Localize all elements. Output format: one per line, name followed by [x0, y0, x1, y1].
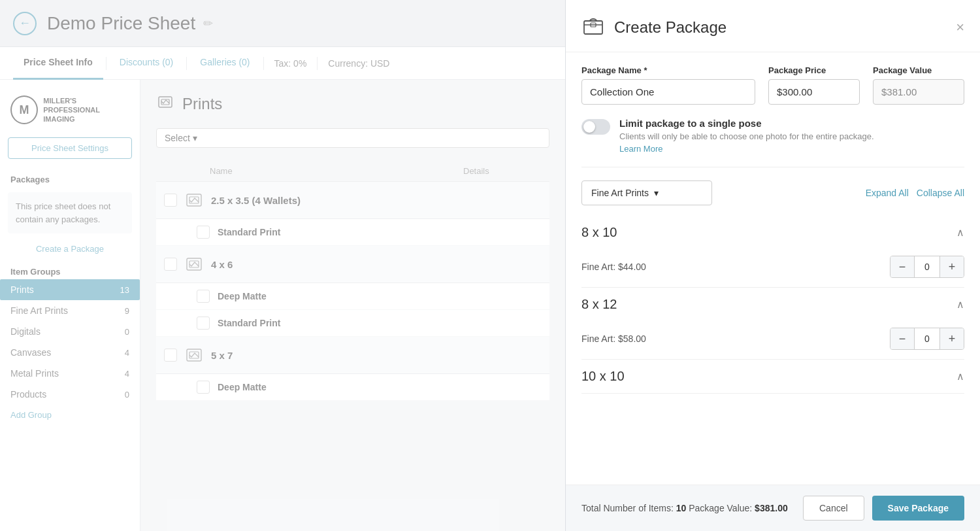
sidebar-item-count: 4 [125, 348, 129, 358]
create-package-link[interactable]: Create a Package [0, 239, 140, 259]
product-section-header[interactable]: 8 x 12∧ [581, 288, 964, 321]
package-fields-row: Package Name * Package Price Package Val… [581, 65, 964, 105]
toggle-description: Clients will only be able to choose one … [619, 131, 874, 141]
product-checkbox[interactable] [164, 258, 177, 271]
single-pose-toggle[interactable] [581, 119, 610, 135]
product-name: 4 x 6 [211, 259, 233, 270]
package-icon [581, 13, 605, 41]
product-section: 8 x 12∧ Fine Art: $58.00 − + [581, 288, 964, 360]
product-type-dropdown[interactable]: Fine Art Prints ▾ [581, 180, 712, 205]
app-header: ← Demo Price Sheet ✏ [0, 0, 565, 47]
package-value-label: Package Value [873, 65, 964, 75]
content-area: Prints Select ▾ Name Details 2.5 x 3.5 (… [140, 80, 565, 531]
sidebar-item-digitals[interactable]: Digitals0 [0, 321, 140, 342]
learn-more-link[interactable]: Learn More [619, 144, 874, 154]
quantity-input[interactable] [914, 256, 940, 277]
collapse-all-button[interactable]: Collapse All [917, 188, 964, 198]
modal-close-button[interactable]: × [956, 19, 964, 36]
product-section-header[interactable]: 10 x 10∧ [581, 360, 964, 393]
sidebar-item-prints[interactable]: Prints13 [0, 279, 140, 300]
product-section-header[interactable]: 8 x 10∧ [581, 216, 964, 249]
tab-price-sheet-info[interactable]: Price Sheet Info [13, 47, 103, 80]
col-details-header: Details [463, 166, 542, 176]
sub-product-name: Deep Matte [218, 382, 267, 392]
sidebar-item-canvases[interactable]: Canvases4 [0, 342, 140, 363]
nav-divider [106, 57, 106, 70]
quantity-decrease-button[interactable]: − [890, 256, 914, 277]
product-row[interactable]: 2.5 x 3.5 (4 Wallets) [156, 182, 549, 219]
quantity-input[interactable] [914, 328, 940, 349]
packages-empty-message: This price sheet does not contain any pa… [8, 192, 132, 233]
cancel-button[interactable]: Cancel [803, 496, 864, 521]
create-package-modal: Create Package × Package Name * Package … [565, 0, 980, 531]
product-checkbox[interactable] [164, 349, 177, 362]
main-content: M Miller's Professional Imaging Price Sh… [0, 80, 565, 531]
tab-galleries[interactable]: Galleries (0) [189, 47, 260, 80]
sidebar-item-count: 9 [125, 306, 129, 316]
svg-rect-0 [159, 97, 172, 107]
sub-product-row[interactable]: Standard Print [156, 219, 549, 246]
product-row[interactable]: 4 x 6 [156, 246, 549, 283]
sub-product-checkbox[interactable] [197, 290, 210, 303]
sub-product-checkbox[interactable] [197, 381, 210, 394]
footer-total: Total Number of Items: 10 Package Value:… [581, 503, 788, 513]
modal-header: Create Package × [566, 0, 980, 52]
select-label: Select [165, 133, 190, 143]
product-icon [184, 345, 204, 366]
sidebar-groups: Prints13Fine Art Prints9Digitals0Canvase… [0, 279, 140, 405]
section-title: 8 x 12 [581, 297, 617, 312]
product-row[interactable]: 5 x 7 [156, 337, 549, 374]
product-icon [184, 190, 204, 211]
product-group: 2.5 x 3.5 (4 Wallets)Standard Print [156, 182, 549, 246]
svg-rect-6 [187, 349, 201, 361]
sub-product-checkbox[interactable] [197, 226, 210, 239]
sidebar-item-metal-prints[interactable]: Metal Prints4 [0, 363, 140, 384]
sub-product-name: Standard Print [218, 318, 280, 328]
quantity-increase-button[interactable]: + [940, 256, 964, 277]
section-title: 10 x 10 [581, 369, 625, 384]
toggle-thumb [583, 121, 595, 133]
sub-product-checkbox[interactable] [197, 317, 210, 330]
nav-divider [186, 57, 187, 70]
package-price-input[interactable] [768, 79, 860, 105]
product-section: 8 x 10∧ Fine Art: $44.00 − + [581, 216, 964, 288]
content-header: Prints [156, 93, 549, 115]
product-checkbox[interactable] [164, 194, 177, 207]
quantity-increase-button[interactable]: + [940, 328, 964, 349]
package-name-group: Package Name * [581, 65, 755, 105]
add-group-button[interactable]: Add Group [0, 405, 140, 425]
footer-total-label: Total Number of Items: [581, 503, 674, 513]
save-package-button[interactable]: Save Package [872, 496, 964, 521]
package-name-input[interactable] [581, 79, 755, 105]
sidebar-item-products[interactable]: Products0 [0, 384, 140, 405]
col-name-header: Name [210, 166, 463, 176]
sidebar-item-label: Metal Prints [10, 368, 59, 379]
product-section: 10 x 10∧ [581, 360, 964, 394]
product-item-label: Fine Art: $44.00 [581, 262, 646, 272]
sidebar-item-fine-art-prints[interactable]: Fine Art Prints9 [0, 300, 140, 321]
col-check [164, 166, 184, 176]
back-button[interactable]: ← [13, 12, 37, 35]
expand-all-button[interactable]: Expand All [866, 188, 909, 198]
product-group: 4 x 6Deep MatteStandard Print [156, 246, 549, 337]
single-pose-toggle-section: Limit package to a single pose Clients w… [581, 118, 964, 167]
svg-rect-5 [189, 261, 199, 267]
sidebar-item-label: Canvases [10, 347, 51, 358]
quantity-decrease-button[interactable]: − [890, 328, 914, 349]
logo-icon: M [10, 95, 38, 124]
sub-product-row[interactable]: Standard Print [156, 310, 549, 337]
sub-product-row[interactable]: Deep Matte [156, 283, 549, 310]
select-dropdown[interactable]: Select ▾ [156, 128, 549, 148]
col-icon [184, 166, 210, 176]
sub-product-row[interactable]: Deep Matte [156, 374, 549, 401]
footer-package-value: $381.00 [755, 503, 788, 513]
price-sheet-settings-button[interactable]: Price Sheet Settings [8, 137, 132, 159]
svg-rect-7 [189, 352, 199, 358]
sidebar-item-label: Digitals [10, 326, 41, 337]
section-chevron-icon: ∧ [956, 298, 964, 311]
tab-discounts[interactable]: Discounts (0) [109, 47, 184, 80]
packages-section-title: Packages [0, 169, 140, 187]
edit-icon[interactable]: ✏ [203, 16, 213, 31]
section-chevron-icon: ∧ [956, 226, 964, 239]
dropdown-arrow-icon: ▾ [193, 133, 197, 143]
